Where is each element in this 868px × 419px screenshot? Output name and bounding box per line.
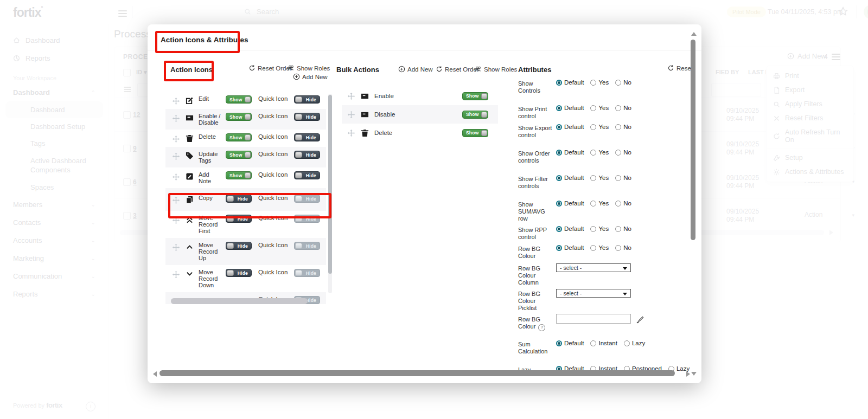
radio-no[interactable]: No	[615, 175, 631, 181]
quick-icon-toggle[interactable]: Hide	[294, 151, 320, 159]
action-row-enable-disable: Enable / Disable Show Quick Icon Hide	[165, 109, 326, 130]
visibility-toggle[interactable]: Show	[462, 111, 488, 119]
tag-icon	[186, 152, 194, 160]
quick-icon-toggle[interactable]: Hide	[294, 215, 320, 223]
radio-yes[interactable]: Yes	[590, 124, 609, 130]
radio-default[interactable]: Default	[556, 244, 584, 251]
quick-icon-toggle[interactable]: Hide	[294, 133, 320, 141]
visibility-toggle[interactable]: Hide	[226, 195, 252, 203]
bulk-add-new-link[interactable]: Add New	[398, 66, 433, 73]
attributes-reset-link[interactable]: Reset	[667, 65, 693, 72]
show-roles-link[interactable]: Show Roles	[288, 65, 330, 72]
radio-yes[interactable]: Yes	[590, 175, 609, 181]
drag-handle-icon[interactable]	[172, 216, 180, 224]
action-label: Update Tags	[199, 151, 222, 164]
bulk-show-roles-link[interactable]: Show Roles	[475, 66, 517, 73]
quick-icon-toggle[interactable]: Hide	[294, 242, 320, 250]
action-list-horizontal-scrollbar[interactable]	[171, 298, 308, 304]
paintbrush-icon[interactable]	[636, 316, 644, 324]
drag-handle-icon[interactable]	[347, 111, 355, 119]
radio-no[interactable]: No	[615, 225, 631, 232]
radio-no[interactable]: No	[615, 244, 631, 251]
action-row-update-tags: Update Tags Show Quick Icon Hide	[165, 147, 326, 167]
scroll-up-arrow[interactable]	[691, 32, 697, 36]
row-bg-colour-input[interactable]	[556, 314, 631, 324]
radio-yes[interactable]: Yes	[590, 244, 609, 251]
bulk-actions-list: Enable Show Disable Show Delete Show	[342, 87, 498, 142]
visibility-toggle[interactable]: Show	[226, 171, 252, 179]
quick-icon-label: Quick Icon	[258, 215, 290, 221]
radio-yes[interactable]: Yes	[590, 200, 609, 207]
radio-no[interactable]: No	[615, 124, 631, 130]
radio-default[interactable]: Default	[556, 340, 584, 346]
radio-default[interactable]: Default	[556, 200, 584, 207]
radio-default[interactable]: Default	[556, 149, 584, 156]
radio-yes[interactable]: Yes	[590, 105, 609, 111]
radio-yes[interactable]: Yes	[590, 79, 609, 86]
add-new-link[interactable]: Add New	[293, 73, 328, 80]
visibility-toggle[interactable]: Hide	[226, 269, 252, 277]
users-icon	[288, 65, 295, 72]
scrollbar-thumb[interactable]	[159, 370, 675, 376]
quick-icon-label: Quick Icon	[258, 195, 290, 201]
bulk-reset-order-link[interactable]: Reset Order	[436, 66, 479, 73]
scroll-right-arrow[interactable]	[686, 371, 690, 377]
visibility-toggle[interactable]: Show	[462, 129, 488, 137]
modal-horizontal-scrollbar[interactable]	[153, 370, 690, 378]
drag-handle-icon[interactable]	[172, 173, 180, 181]
drag-handle-icon[interactable]	[172, 270, 180, 279]
visibility-toggle[interactable]: Show	[226, 95, 252, 104]
drag-handle-icon[interactable]	[172, 196, 180, 204]
modal-vertical-scrollbar[interactable]	[691, 30, 696, 378]
radio-default[interactable]: Default	[556, 124, 584, 130]
radio-default[interactable]: Default	[556, 79, 584, 86]
radio-no[interactable]: No	[615, 79, 631, 86]
reset-order-link[interactable]: Reset Order	[248, 65, 292, 72]
help-icon[interactable]: ?	[538, 324, 545, 331]
drag-handle-icon[interactable]	[172, 135, 180, 143]
quick-icon-label: Quick Icon	[258, 151, 290, 157]
scroll-left-arrow[interactable]	[153, 371, 157, 377]
action-list-vertical-scrollbar[interactable]	[328, 94, 332, 293]
visibility-toggle[interactable]: Hide	[226, 242, 252, 250]
quick-icon-toggle[interactable]: Hide	[294, 195, 320, 203]
attributes-heading: Attributes	[518, 66, 551, 74]
drag-handle-icon[interactable]	[172, 114, 180, 123]
visibility-toggle[interactable]: Show	[462, 92, 488, 100]
scrollbar-thumb[interactable]	[691, 40, 695, 240]
quick-icon-label: Quick Icon	[258, 242, 290, 248]
drag-handle-icon[interactable]	[172, 243, 180, 252]
quick-icon-toggle[interactable]: Hide	[294, 113, 320, 121]
drag-handle-icon[interactable]	[347, 92, 355, 100]
visibility-toggle[interactable]: Show	[226, 151, 252, 159]
scroll-down-arrow[interactable]	[691, 372, 697, 376]
quick-icon-toggle[interactable]: Hide	[294, 269, 320, 277]
radio-yes[interactable]: Yes	[590, 225, 609, 232]
drag-handle-icon[interactable]	[172, 152, 180, 160]
row-bg-colour-picklist-select[interactable]: - select -	[556, 289, 631, 298]
action-icons-heading: Action Icons	[170, 66, 213, 74]
action-label: Copy	[199, 195, 222, 201]
reset-icon	[248, 65, 256, 72]
radio-instant[interactable]: Instant	[590, 340, 617, 346]
action-label: Move Record First	[199, 215, 222, 234]
radio-no[interactable]: No	[615, 149, 631, 156]
radio-yes[interactable]: Yes	[590, 149, 609, 156]
quick-icon-label: Quick Icon	[258, 95, 290, 102]
quick-icon-toggle[interactable]: Hide	[294, 95, 320, 104]
radio-default[interactable]: Default	[556, 225, 584, 232]
action-row-move-record-first: Move Record First Hide Quick Icon Hide	[165, 211, 326, 238]
radio-default[interactable]: Default	[556, 175, 584, 181]
bulk-row-enable: Enable Show	[342, 87, 498, 105]
drag-handle-icon[interactable]	[172, 97, 180, 105]
quick-icon-toggle[interactable]: Hide	[294, 171, 320, 179]
row-bg-colour-column-select[interactable]: - select -	[556, 263, 631, 272]
visibility-toggle[interactable]: Show	[226, 133, 252, 141]
radio-no[interactable]: No	[615, 200, 631, 207]
radio-no[interactable]: No	[615, 105, 631, 111]
radio-default[interactable]: Default	[556, 105, 584, 111]
visibility-toggle[interactable]: Hide	[226, 215, 252, 223]
radio-lazy[interactable]: Lazy	[624, 340, 645, 346]
visibility-toggle[interactable]: Show	[226, 113, 252, 121]
drag-handle-icon[interactable]	[347, 129, 355, 137]
